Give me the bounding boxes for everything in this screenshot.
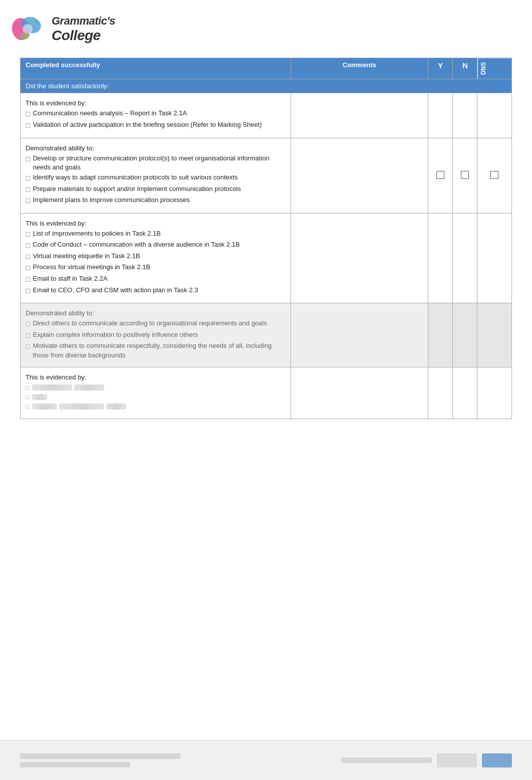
bullet-icon: □ — [26, 286, 30, 296]
section2-y[interactable] — [428, 138, 453, 213]
blurred-bullet: □ — [26, 384, 29, 391]
list-item: □ Communication needs analysis – Report … — [26, 109, 286, 119]
section5-content: This is evidenced by: □ □ — [21, 367, 291, 419]
page: Grammatic's College Completed successful… — [0, 0, 532, 780]
footer-text-line2 — [20, 762, 130, 767]
list-item: □ Identify ways to adapt communication p… — [26, 173, 286, 183]
blurred-item — [32, 394, 47, 400]
section4-y — [428, 303, 453, 367]
bullet-icon: □ — [26, 196, 30, 206]
list-item-text: Identify ways to adapt communication pro… — [33, 173, 237, 182]
section4-dns — [477, 303, 512, 367]
list-item: □ Develop or structure communication pro… — [26, 154, 286, 172]
logo-line1: Grammatic's — [52, 15, 115, 28]
bullet-icon: □ — [26, 185, 30, 195]
blurred-content: □ □ □ — [26, 384, 286, 410]
footer-button1[interactable] — [437, 753, 477, 767]
bullet-icon: □ — [26, 319, 30, 329]
header: Grammatic's College — [0, 0, 532, 53]
header-n: N — [453, 58, 477, 79]
section2: Demonstrated ability to: □ Develop or st… — [26, 142, 286, 209]
list-item-text: Motivate others to communicate respectfu… — [33, 341, 285, 359]
section1: This is evidenced by: □ Communication ne… — [26, 97, 286, 133]
section2-dns[interactable] — [477, 138, 512, 213]
bullet-icon: □ — [26, 230, 30, 240]
assessment-table: Completed successfully Comments Y N DNS … — [20, 58, 512, 419]
list-item-text: Prepare materials to support and/or impl… — [33, 184, 240, 193]
blurred-item — [32, 384, 72, 391]
section3-content: This is evidenced by: □ List of improvem… — [21, 213, 291, 303]
table-row: Demonstrated ability to: □ Develop or st… — [21, 138, 512, 213]
footer-left — [20, 753, 180, 767]
list-item-text: Validation of active participation in th… — [33, 120, 261, 129]
header-comments: Comments — [291, 58, 428, 79]
section4-content: Demonstrated ability to: □ Direct others… — [21, 303, 291, 367]
list-item: □ Prepare materials to support and/or im… — [26, 184, 286, 195]
bullet-icon: □ — [26, 342, 30, 352]
section4: Demonstrated ability to: □ Direct others… — [26, 307, 286, 363]
section2-comments — [291, 138, 428, 213]
bullet-icon: □ — [26, 275, 30, 285]
list-item: □ Process for virtual meetings in Task 2… — [26, 263, 286, 273]
section2-content: Demonstrated ability to: □ Develop or st… — [21, 138, 291, 213]
list-item-text: Direct others to communicate according t… — [33, 319, 267, 328]
header-completed: Completed successfully — [21, 58, 291, 79]
checkbox-y[interactable] — [436, 171, 444, 179]
list-item-text: Implement plans to improve communication… — [33, 196, 190, 205]
section4-comments — [291, 303, 428, 367]
blurred-bullet: □ — [26, 394, 29, 401]
section3: This is evidenced by: □ List of improvem… — [26, 218, 286, 299]
section1-title: This is evidenced by: — [26, 99, 286, 107]
blurred-item — [74, 384, 104, 391]
section1-comments — [291, 93, 428, 138]
list-item-text: Code of Conduct – communication with a d… — [33, 240, 239, 249]
bullet-icon: □ — [26, 109, 30, 119]
list-item-text: Process for virtual meetings in Task 2.1… — [33, 263, 150, 272]
section5: This is evidenced by: □ □ — [26, 371, 286, 415]
checkbox-n[interactable] — [461, 171, 469, 179]
footer — [0, 740, 532, 780]
blurred-row3 — [32, 404, 126, 410]
logo-container: Grammatic's College — [10, 10, 115, 48]
list-item-text: Communication needs analysis – Report in… — [33, 109, 187, 118]
list-item-text: List of improvements to policies in Task… — [33, 229, 161, 238]
svg-point-2 — [23, 24, 33, 34]
section3-n — [453, 213, 477, 303]
blurred-item — [59, 404, 104, 410]
list-item-text: Email to staff in Task 2.2A — [33, 274, 107, 283]
bullet-icon: □ — [26, 241, 30, 251]
checkbox-dns[interactable] — [490, 171, 498, 179]
blurred-item — [106, 404, 126, 410]
list-item: □ Motivate others to communicate respect… — [26, 341, 286, 359]
section5-dns — [477, 367, 512, 419]
section2-n[interactable] — [453, 138, 477, 213]
list-item: □ Code of Conduct – communication with a… — [26, 240, 286, 251]
list-item: □ Explain complex information to positiv… — [26, 330, 286, 341]
section5-n — [453, 367, 477, 419]
bullet-icon: □ — [26, 263, 30, 273]
section3-list: □ List of improvements to policies in Ta… — [26, 229, 286, 296]
section3-dns — [477, 213, 512, 303]
list-item: □ Email to CEO, CFO and CSM with action … — [26, 286, 286, 296]
list-item: □ Direct others to communicate according… — [26, 319, 286, 329]
header-dns: DNS — [477, 58, 512, 79]
table-header-row: Completed successfully Comments Y N DNS — [21, 58, 512, 79]
bullet-icon: □ — [26, 252, 30, 262]
logo-line2: College — [52, 28, 115, 44]
list-item-text: Explain complex information to positivel… — [33, 330, 198, 339]
header-y: Y — [428, 58, 453, 79]
bullet-icon: □ — [26, 173, 30, 183]
section5-y — [428, 367, 453, 419]
section5-title: This is evidenced by: — [26, 373, 286, 381]
blurred-item — [32, 404, 57, 410]
section3-comments — [291, 213, 428, 303]
section1-dns — [477, 93, 512, 138]
section2-list: □ Develop or structure communication pro… — [26, 154, 286, 206]
table-row: This is evidenced by: □ □ — [21, 367, 512, 419]
bullet-icon: □ — [26, 331, 30, 341]
section5-comments — [291, 367, 428, 419]
footer-button2[interactable] — [482, 753, 512, 767]
list-item: □ Validation of active participation in … — [26, 120, 286, 131]
bullet-icon: □ — [26, 121, 30, 131]
table-row: Demonstrated ability to: □ Direct others… — [21, 303, 512, 367]
